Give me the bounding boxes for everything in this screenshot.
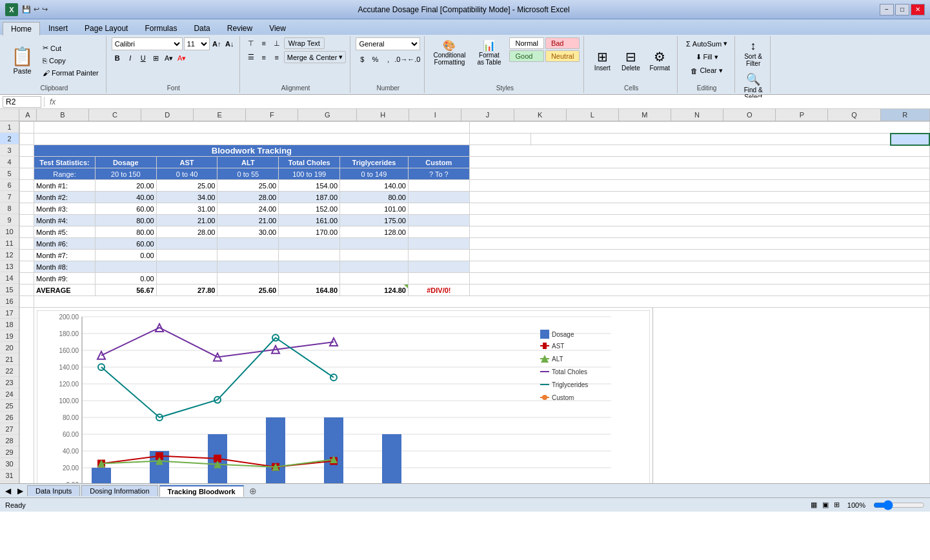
cell-C14[interactable]: 0.00 [95, 273, 156, 285]
maximize-button[interactable]: □ [895, 4, 909, 15]
sheet-tab-tracking[interactable]: Tracking Bloodwork [159, 485, 244, 497]
cell-E14[interactable] [217, 273, 279, 285]
cell-H10[interactable] [408, 226, 469, 238]
row-num-21[interactable]: 21 [0, 354, 19, 365]
fill-color-button[interactable]: A▾ [163, 52, 175, 64]
cell-D12[interactable] [156, 250, 217, 261]
row-num-7[interactable]: 7 [0, 191, 19, 203]
cell-A15[interactable] [20, 285, 34, 296]
cell-F4[interactable]: Total Choles [279, 157, 340, 168]
cell-A2[interactable] [20, 134, 34, 145]
cell-B13[interactable]: Month #8: [34, 261, 96, 273]
row-num-9[interactable]: 9 [0, 214, 19, 226]
underline-button[interactable]: U [137, 52, 149, 64]
cell-B1[interactable] [34, 122, 470, 134]
cell-D13[interactable] [156, 261, 217, 273]
cell-H11[interactable] [408, 238, 469, 250]
cell-E6[interactable]: 25.00 [217, 180, 279, 192]
row-num-8[interactable]: 8 [0, 203, 19, 214]
cell-I13[interactable] [469, 261, 929, 273]
font-name-select[interactable]: Calibri [112, 37, 183, 50]
cell-B9[interactable]: Month #4: [34, 215, 96, 226]
close-button[interactable]: ✕ [911, 4, 925, 15]
cell-title[interactable]: Bloodwork Tracking [34, 145, 470, 157]
col-header-Q[interactable]: Q [828, 109, 880, 121]
formula-input[interactable] [61, 97, 927, 106]
col-header-I[interactable]: I [409, 109, 461, 121]
minimize-button[interactable]: − [880, 4, 894, 15]
font-color-button[interactable]: A▾ [176, 52, 188, 64]
cell-E13[interactable] [217, 261, 279, 273]
merge-center-button[interactable]: Merge & Center ▾ [284, 51, 347, 63]
sheet-tab-data-inputs[interactable]: Data Inputs [27, 485, 80, 496]
cell-J2[interactable] [531, 134, 891, 145]
cell-C13[interactable] [95, 261, 156, 273]
align-bottom-button[interactable]: ⊥ [271, 37, 283, 49]
wrap-text-button[interactable]: Wrap Text [284, 37, 325, 49]
cell-I7[interactable] [469, 192, 929, 203]
format-cells-button[interactable]: ⚙ Format [646, 47, 673, 74]
col-header-L[interactable]: L [567, 109, 619, 121]
row-num-14[interactable]: 14 [0, 272, 19, 284]
cell-B8[interactable]: Month #3: [34, 203, 96, 215]
cell-E9[interactable]: 21.00 [217, 215, 279, 226]
row-num-29[interactable]: 29 [0, 446, 19, 458]
cell-C11[interactable]: 60.00 [95, 238, 156, 250]
italic-button[interactable]: I [125, 52, 136, 64]
cell-G4[interactable]: Triglycerides [340, 157, 409, 168]
row-num-17[interactable]: 17 [0, 307, 19, 319]
comma-button[interactable]: , [382, 54, 394, 65]
copy-button[interactable]: ⎘ Copy [39, 55, 102, 66]
row-num-18[interactable]: 18 [0, 319, 19, 330]
row-num-20[interactable]: 20 [0, 342, 19, 354]
cell-H14[interactable] [408, 273, 469, 285]
cell-I6[interactable] [469, 180, 929, 192]
cell-F10[interactable]: 170.00 [279, 226, 340, 238]
row-num-32[interactable]: 32 [0, 481, 19, 483]
tab-formulas[interactable]: Formulas [136, 21, 185, 35]
cell-I3[interactable] [469, 145, 929, 157]
cell-A1[interactable] [20, 122, 34, 134]
number-format-select[interactable]: General [356, 37, 420, 50]
cell-G8[interactable]: 101.00 [340, 203, 409, 215]
cell-G14[interactable] [340, 273, 409, 285]
tab-view[interactable]: View [261, 21, 294, 35]
cell-H8[interactable] [408, 203, 469, 215]
cell-A9[interactable] [20, 215, 34, 226]
cell-D8[interactable]: 31.00 [156, 203, 217, 215]
cell-I14[interactable] [469, 273, 929, 285]
row-num-22[interactable]: 22 [0, 365, 19, 377]
row-num-15[interactable]: 15 [0, 284, 19, 295]
cell-H4[interactable]: Custom [408, 157, 469, 168]
cell-D10[interactable]: 28.00 [156, 226, 217, 238]
font-size-select[interactable]: 11 [184, 37, 210, 50]
cell-I5[interactable] [469, 168, 929, 180]
col-header-O[interactable]: O [723, 109, 776, 121]
cell-G5[interactable]: 0 to 149 [340, 168, 409, 180]
cell-F7[interactable]: 187.00 [279, 192, 340, 203]
col-header-D[interactable]: D [141, 109, 194, 121]
cell-E4[interactable]: ALT [217, 157, 279, 168]
paste-button[interactable]: 📋 Paste [6, 44, 38, 77]
cell-G6[interactable]: 140.00 [340, 180, 409, 192]
cell-B16[interactable] [34, 296, 929, 308]
row-num-11[interactable]: 11 [0, 237, 19, 249]
cell-F12[interactable] [279, 250, 340, 261]
col-header-G[interactable]: G [298, 109, 357, 121]
cell-R2[interactable] [891, 134, 929, 145]
cell-I4[interactable] [469, 157, 929, 168]
cell-F14[interactable] [279, 273, 340, 285]
cell-B2[interactable] [34, 134, 470, 145]
align-left-button[interactable]: ☰ [245, 52, 257, 63]
cell-E15[interactable]: 25.60 [217, 285, 279, 296]
bad-style-button[interactable]: Bad [545, 37, 580, 49]
cell-B5[interactable]: Range: [34, 168, 96, 180]
cell-E10[interactable]: 30.00 [217, 226, 279, 238]
cell-A16[interactable] [20, 296, 34, 308]
cell-A3[interactable] [20, 145, 34, 157]
cell-B7[interactable]: Month #2: [34, 192, 96, 203]
increase-font-button[interactable]: A↑ [211, 38, 223, 50]
format-as-table-button[interactable]: 📊 Format as Table [471, 37, 507, 68]
cell-A14[interactable] [20, 273, 34, 285]
row-num-10[interactable]: 10 [0, 226, 19, 237]
